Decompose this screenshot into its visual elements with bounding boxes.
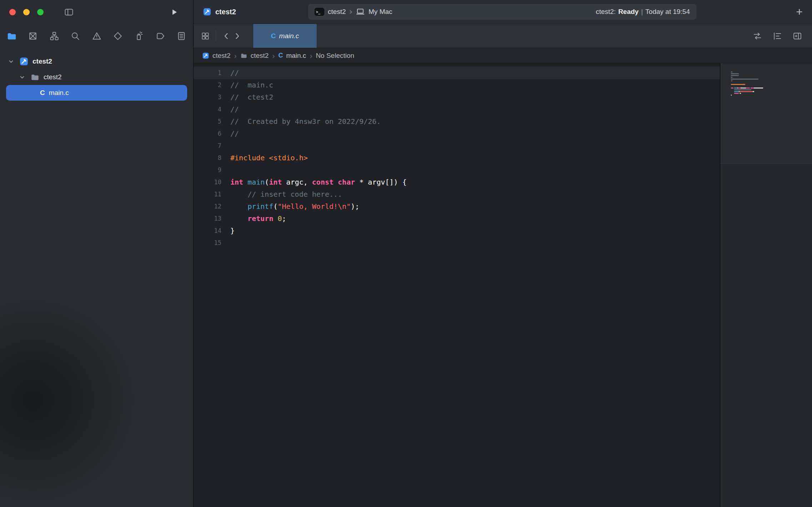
related-items-icon[interactable]: [200, 31, 211, 41]
navigator-symbols-icon[interactable]: [49, 31, 60, 41]
minimap-segment: [731, 84, 745, 85]
line-number[interactable]: 3: [194, 91, 229, 103]
line-number[interactable]: 8: [194, 152, 229, 164]
code-line-5[interactable]: 5// Created by 4nsw3r on 2022/9/26.: [194, 115, 720, 127]
library-add-button[interactable]: +: [796, 6, 803, 17]
code-line-13[interactable]: 13 return 0;: [194, 212, 720, 225]
code-text[interactable]: //: [230, 127, 239, 140]
navigator-find-icon[interactable]: [70, 31, 81, 41]
line-number[interactable]: 7: [194, 140, 229, 152]
status-state: Ready: [618, 8, 638, 16]
tree-item-project[interactable]: ctest2: [0, 54, 193, 69]
tree-item-file-selected[interactable]: C main.c: [6, 85, 187, 101]
minimap-line: [731, 96, 763, 97]
navigator-issues-icon[interactable]: [91, 31, 102, 41]
code-text[interactable]: }: [230, 225, 235, 237]
jumpbar-item-project[interactable]: ctest2: [212, 52, 231, 60]
line-number[interactable]: 9: [194, 164, 229, 176]
code-text[interactable]: // main.c: [230, 79, 273, 91]
line-number[interactable]: 14: [194, 225, 229, 237]
minimap-line: [731, 86, 763, 87]
back-button[interactable]: [221, 31, 232, 41]
code-line-4[interactable]: 4//: [194, 103, 720, 115]
add-editor-icon[interactable]: [792, 31, 803, 41]
code-text[interactable]: // insert code here...: [230, 188, 342, 200]
code-line-3[interactable]: 3// ctest2: [194, 91, 720, 103]
line-number[interactable]: 4: [194, 103, 229, 115]
disclosure-chevron-down-icon[interactable]: [6, 58, 16, 65]
code-line-8[interactable]: 8#include <stdio.h>: [194, 152, 720, 164]
code-token: //: [230, 69, 239, 77]
minimap-line: [731, 95, 763, 96]
scheme-selector[interactable]: >_ ctest2 › My Mac: [315, 7, 392, 16]
line-number[interactable]: 6: [194, 127, 229, 140]
minimap-segment: [731, 75, 739, 76]
code-token: "Hello, World!\n": [277, 202, 351, 211]
code-line-12[interactable]: 12 printf("Hello, World!\n");: [194, 200, 720, 212]
jumpbar-item-group[interactable]: ctest2: [251, 52, 269, 60]
minimap[interactable]: [720, 63, 812, 507]
code-text[interactable]: #include <stdio.h>: [230, 152, 308, 164]
navigator-source-control-icon[interactable]: [27, 31, 38, 41]
code-line-14[interactable]: 14}: [194, 225, 720, 237]
code-line-1[interactable]: 1//: [194, 67, 720, 79]
code-line-9[interactable]: 9: [194, 164, 720, 176]
navigator-reports-icon[interactable]: [176, 31, 187, 41]
run-button[interactable]: [170, 7, 179, 17]
code-line-15[interactable]: 15: [194, 237, 720, 249]
jumpbar-item-file[interactable]: main.c: [286, 52, 306, 60]
destination-name[interactable]: My Mac: [369, 8, 392, 16]
code-text[interactable]: // Created by 4nsw3r on 2022/9/26.: [230, 115, 381, 127]
editor-options-icon[interactable]: [772, 31, 783, 41]
line-number[interactable]: 12: [194, 200, 229, 212]
code-text[interactable]: //: [230, 67, 239, 79]
line-number[interactable]: 1: [194, 67, 229, 79]
line-number[interactable]: 10: [194, 176, 229, 188]
minimize-button[interactable]: [23, 9, 30, 15]
zoom-button[interactable]: [37, 9, 44, 15]
line-number[interactable]: 13: [194, 212, 229, 225]
minimap-segment: [734, 91, 739, 92]
terminal-glyph: >_: [316, 10, 320, 14]
toggle-sidebar-icon[interactable]: [63, 7, 75, 17]
tab-main-c[interactable]: C main.c: [253, 24, 317, 48]
line-number[interactable]: 2: [194, 79, 229, 91]
line-number[interactable]: 15: [194, 237, 229, 249]
code-text[interactable]: int main(int argc, const char * argv[]) …: [230, 176, 407, 188]
code-line-2[interactable]: 2// main.c: [194, 79, 720, 91]
code-token: argc,: [282, 178, 312, 186]
navigator-breakpoints-icon[interactable]: [155, 31, 166, 41]
xcode-window: ctest2 ctest2 C main.c ctest2: [0, 0, 812, 507]
minimap-line: [731, 79, 763, 80]
laptop-icon: [356, 7, 365, 16]
minimap-line: [731, 75, 763, 76]
code-review-icon[interactable]: [752, 31, 763, 41]
navigator-tests-icon[interactable]: [112, 31, 123, 41]
code-text[interactable]: //: [230, 103, 239, 115]
code-text[interactable]: // ctest2: [230, 91, 273, 103]
jumpbar-item-selection[interactable]: No Selection: [316, 52, 354, 60]
navigator-debug-icon[interactable]: [134, 31, 144, 41]
line-number[interactable]: 11: [194, 188, 229, 200]
forward-button[interactable]: [232, 31, 242, 41]
minimap-segment: [751, 87, 754, 89]
navigator-project-icon[interactable]: [6, 31, 17, 41]
status-time: Today at 19:54: [645, 8, 690, 16]
code-line-7[interactable]: 7: [194, 140, 720, 152]
code-token: );: [351, 202, 359, 211]
code-token: // ctest2: [230, 93, 273, 101]
code-text[interactable]: printf("Hello, World!\n");: [230, 200, 359, 212]
code-line-6[interactable]: 6//: [194, 127, 720, 140]
code-text[interactable]: return 0;: [230, 212, 286, 225]
code-line-10[interactable]: 10int main(int argc, const char * argv[]…: [194, 176, 720, 188]
code-token: char: [338, 178, 355, 186]
scheme-name[interactable]: ctest2: [328, 8, 346, 16]
line-number[interactable]: 5: [194, 115, 229, 127]
code-editor[interactable]: 1//2// main.c3// ctest24//5// Created by…: [194, 63, 720, 507]
disclosure-chevron-down-icon[interactable]: [17, 74, 27, 80]
tree-item-group[interactable]: ctest2: [0, 69, 193, 85]
activity-view: >_ ctest2 › My Mac ctest2: Ready | Today…: [308, 4, 696, 20]
status-project: ctest2:: [596, 8, 616, 16]
close-button[interactable]: [9, 9, 16, 15]
code-line-11[interactable]: 11 // insert code here...: [194, 188, 720, 200]
